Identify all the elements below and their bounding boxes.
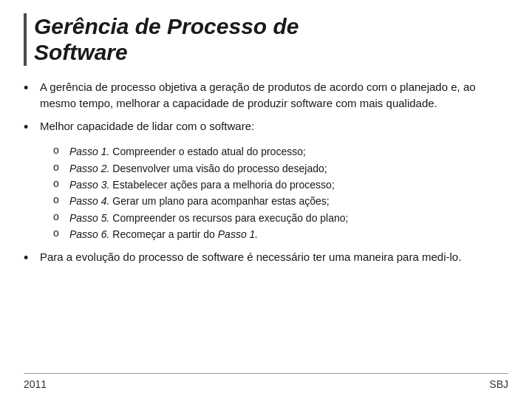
page: Gerência de Processo de Software • A ger…	[0, 0, 532, 399]
bullet-dot-1: •	[24, 79, 37, 98]
bullet-1: • A gerência de processo objetiva a gera…	[24, 79, 508, 112]
sub-bullet-3: o Passo 3. Estabelecer ações para a melh…	[53, 177, 508, 192]
bullet-text-3: Para a evolução do processo de software …	[40, 249, 461, 265]
bullet-text-1: A gerência de processo objetiva a geraçã…	[40, 79, 508, 112]
bullet-dot-2: •	[24, 118, 37, 137]
bullet-2: • Melhor capacidade de lidar com o softw…	[24, 118, 508, 137]
footer-label: SBJ	[489, 378, 508, 390]
sub-text-3: Passo 3. Estabelecer ações para a melhor…	[69, 177, 335, 192]
sub-bullet-6: o Passo 6. Recomeçar a partir do Passo 1…	[53, 227, 508, 242]
sub-bullet-5: o Passo 5. Compreender os recursos para …	[53, 211, 508, 225]
sub-text-4: Passo 4. Gerar um plano para acompanhar …	[69, 194, 330, 208]
sub-dot-2: o	[53, 161, 69, 173]
sub-text-2: Passo 2. Desenvolver uma visão do proces…	[69, 161, 327, 176]
title-block: Gerência de Processo de Software	[24, 13, 508, 66]
sub-text-6: Passo 6. Recomeçar a partir do Passo 1.	[69, 227, 258, 242]
sub-dot-5: o	[53, 211, 69, 222]
bullet-3: • Para a evolução do processo de softwar…	[24, 249, 508, 267]
footer-year: 2011	[24, 378, 47, 390]
sub-bullet-4: o Passo 4. Gerar um plano para acompanha…	[53, 194, 508, 208]
footer: 2011 SBJ	[24, 373, 508, 390]
bullet-text-2: Melhor capacidade de lidar com o softwar…	[40, 118, 254, 134]
page-title: Gerência de Processo de Software	[34, 13, 508, 66]
sub-dot-3: o	[53, 177, 69, 189]
sub-bullets-list: o Passo 1. Compreender o estado atual do…	[53, 144, 508, 242]
sub-dot-4: o	[53, 194, 69, 205]
content-area: • A gerência de processo objetiva a gera…	[24, 79, 508, 373]
sub-bullet-2: o Passo 2. Desenvolver uma visão do proc…	[53, 161, 508, 176]
sub-dot-1: o	[53, 144, 69, 156]
sub-bullet-1: o Passo 1. Compreender o estado atual do…	[53, 144, 508, 159]
sub-text-1: Passo 1. Compreender o estado atual do p…	[69, 144, 306, 159]
bullet-dot-3: •	[24, 249, 37, 267]
sub-dot-6: o	[53, 227, 69, 239]
sub-text-5: Passo 5. Compreender os recursos para ex…	[69, 211, 348, 225]
